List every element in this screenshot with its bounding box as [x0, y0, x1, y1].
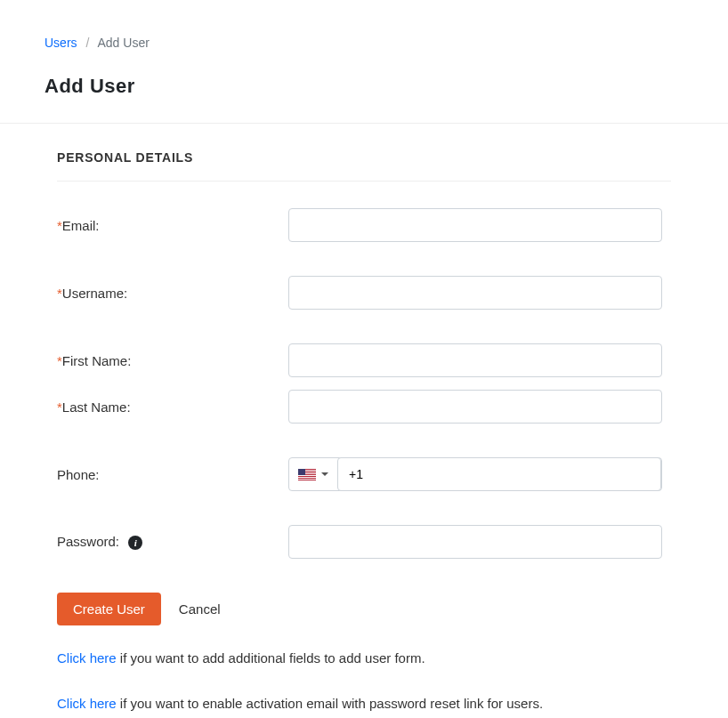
email-label: *Email: [57, 218, 288, 233]
divider [0, 123, 728, 124]
section-header-personal-details: PERSONAL DETAILS [57, 150, 671, 182]
first-name-label: *First Name: [57, 353, 288, 368]
first-name-input[interactable] [288, 343, 662, 377]
username-label: *Username: [57, 286, 288, 301]
chevron-down-icon [321, 472, 328, 476]
cancel-button[interactable]: Cancel [179, 601, 221, 617]
breadcrumb: Users / Add User [44, 36, 684, 50]
hint-additional-fields: Click here if you want to add additional… [57, 650, 671, 666]
breadcrumb-current: Add User [97, 36, 149, 50]
field-row-email: *Email: [57, 208, 671, 242]
additional-fields-link[interactable]: Click here [57, 650, 117, 666]
breadcrumb-users-link[interactable]: Users [44, 36, 77, 50]
username-input[interactable] [288, 276, 662, 310]
form-actions: Create User Cancel [57, 593, 671, 625]
last-name-input[interactable] [288, 390, 662, 424]
field-row-first-name: *First Name: [57, 343, 671, 377]
hint-activation-email: Click here if you want to enable activat… [57, 696, 671, 711]
field-row-password: Password: i [57, 525, 671, 559]
us-flag-icon [298, 469, 316, 480]
country-selector[interactable] [289, 469, 337, 480]
hint1-text: if you want to add additional fields to … [117, 650, 425, 666]
field-row-last-name: *Last Name: [57, 390, 671, 424]
email-input[interactable] [288, 208, 662, 242]
last-name-label: *Last Name: [57, 399, 288, 415]
phone-input-group [288, 457, 662, 491]
field-row-username: *Username: [57, 276, 671, 310]
phone-input[interactable] [337, 457, 661, 491]
hint2-text: if you want to enable activation email w… [117, 696, 543, 711]
page-title: Add User [44, 75, 684, 98]
create-user-button[interactable]: Create User [57, 593, 161, 625]
breadcrumb-separator: / [85, 36, 89, 50]
phone-label: Phone: [57, 467, 288, 482]
activation-email-link[interactable]: Click here [57, 696, 117, 711]
field-row-phone: Phone: [57, 457, 671, 491]
password-input[interactable] [288, 525, 662, 559]
password-label: Password: i [57, 534, 288, 550]
info-icon[interactable]: i [128, 536, 142, 550]
